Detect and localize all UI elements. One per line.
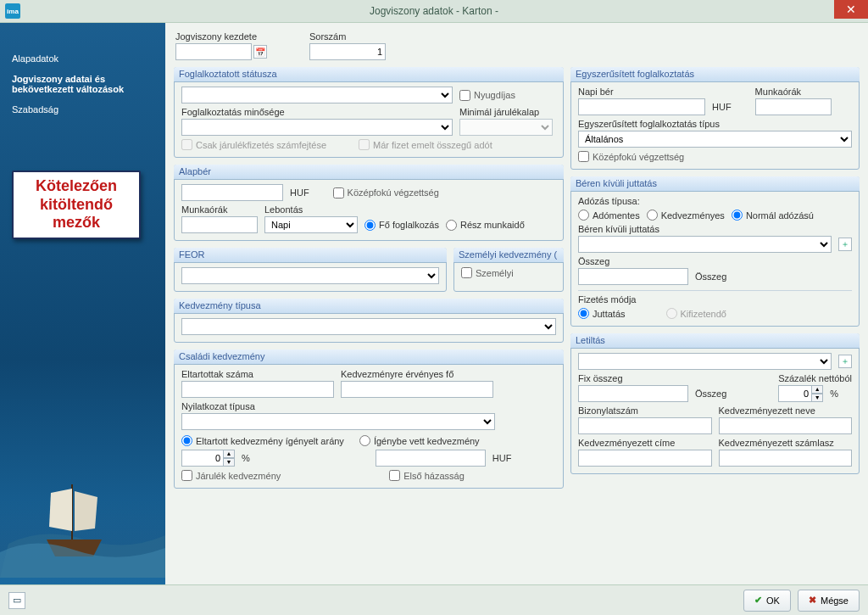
select-statusz[interactable] xyxy=(181,87,453,103)
group-title: Egyszerűsített foglalkoztatás xyxy=(570,67,860,82)
sidebar-item-jogviszony[interactable]: Jogviszony adatai és bekövetkezett válto… xyxy=(10,69,155,99)
callout-line: kitöltendő xyxy=(17,196,136,215)
sidebar-item-szabadsag[interactable]: Szabadság xyxy=(10,99,155,120)
input-napi-ber[interactable] xyxy=(578,98,705,115)
chk-jarulek-kedv[interactable] xyxy=(181,470,192,481)
radio-elt-igenyelt[interactable] xyxy=(181,435,192,446)
input-munkaorak-egysz[interactable] xyxy=(755,98,832,115)
group-letiltas: Letiltás ＋ Fix összeg Összeg Százalék ne… xyxy=(570,333,860,474)
radio-label: Ígénybe vett kedvezmény xyxy=(374,436,480,446)
add-icon[interactable]: ＋ xyxy=(838,238,852,251)
input-fix-osszeg[interactable] xyxy=(578,385,688,402)
spin-down[interactable]: ▼ xyxy=(811,394,823,402)
radio-kifizetendo[interactable] xyxy=(666,308,677,319)
radio-adomentes[interactable] xyxy=(578,210,589,221)
label-bizonylat: Bizonylatszám xyxy=(578,405,712,416)
input-szazalek[interactable] xyxy=(778,385,812,402)
radio-igeny-vett[interactable] xyxy=(359,435,370,446)
group-csaladi-kedvezmeny: Családi kedvezmény Eltartottak száma Ked… xyxy=(174,349,564,489)
help-icon[interactable]: ▭ xyxy=(8,592,25,609)
unit-osszeg: Összeg xyxy=(695,389,726,399)
label-kedv-szamla: Kedvezményezett számlasz xyxy=(719,438,853,448)
radio-fo-foglalkozas[interactable] xyxy=(364,220,376,231)
chk-label: Már fizet emelt összegű adót xyxy=(373,140,492,150)
group-title: Családi kedvezmény xyxy=(174,349,564,365)
unit-huf: HUF xyxy=(290,187,309,198)
label-lebontas: Lebontás xyxy=(264,204,358,215)
input-jogviszony-kezdete[interactable] xyxy=(175,43,252,60)
select-letiltas[interactable] xyxy=(578,353,832,370)
button-label: OK xyxy=(766,595,780,606)
check-icon: ✔ xyxy=(754,595,762,606)
select-juttatas[interactable] xyxy=(578,236,832,253)
group-beren-kivuli: Béren kívüli juttatás Adózás típusa: Adó… xyxy=(570,176,860,327)
sidebar-item-alapadatok[interactable]: Alapadatok xyxy=(10,48,155,69)
select-min-jarulek[interactable] xyxy=(459,119,553,136)
chk-szemelyi[interactable] xyxy=(461,267,472,278)
ok-button[interactable]: ✔OK xyxy=(743,590,791,612)
group-title: Foglalkoztatott státusza xyxy=(174,67,564,82)
chk-csak-jarulek[interactable] xyxy=(181,139,192,150)
close-button[interactable]: ✕ xyxy=(834,0,868,19)
chk-elso-hazassag[interactable] xyxy=(389,470,400,481)
input-osszeg[interactable] xyxy=(578,268,688,285)
input-kedv-neve[interactable] xyxy=(719,417,853,434)
radio-normal-adozasu[interactable] xyxy=(732,210,743,221)
label-napi-ber: Napi bér xyxy=(578,87,732,97)
input-eltartottak[interactable] xyxy=(181,381,334,398)
input-bizonylat[interactable] xyxy=(578,417,712,434)
close-icon: ✕ xyxy=(846,3,856,16)
unit-huf: HUF xyxy=(712,102,732,112)
label-egysz-tipus: Egyszerűsített foglalkoztatás típus xyxy=(578,119,852,129)
chk-label: Középfokú végzettség xyxy=(348,187,439,198)
radio-label: Normál adózású xyxy=(746,210,814,221)
spin-up[interactable]: ▲ xyxy=(811,385,823,394)
label-fix-osszeg: Fix összeg xyxy=(578,373,726,383)
label-min-jarulek: Minimál járulékalap xyxy=(459,107,553,117)
chk-mar-fizet[interactable] xyxy=(359,139,370,150)
group-alapber: Alapbér HUF Középfokú végzettség Munkaór… xyxy=(174,165,564,241)
radio-juttatas[interactable] xyxy=(578,308,589,319)
chk-kozepfoku-egysz[interactable] xyxy=(578,151,589,162)
input-percent[interactable] xyxy=(181,450,224,467)
select-lebontas[interactable]: Napi xyxy=(264,216,358,233)
chk-label: Járulék kedvezmény xyxy=(196,471,281,481)
main-panel: Jogviszony kezdete 📅 Sorszám Foglalkozta… xyxy=(165,23,868,584)
callout-line: mezők xyxy=(17,214,136,232)
label-munkaorak: Munkaórák xyxy=(181,204,258,215)
add-icon[interactable]: ＋ xyxy=(838,355,852,368)
label-munkaorak-egysz: Munkaórák xyxy=(755,87,832,97)
select-kedv-tipus[interactable] xyxy=(181,318,556,335)
input-sorszam[interactable] xyxy=(309,43,386,60)
group-foglalkoztatott-statusza: Foglalkoztatott státusza Nyugdíjas Fogla… xyxy=(174,67,564,158)
label-jogviszony-kezdete: Jogviszony kezdete xyxy=(175,31,267,42)
input-kedv-szamla[interactable] xyxy=(719,450,853,467)
calendar-icon[interactable]: 📅 xyxy=(253,45,267,59)
select-nyil-tipus[interactable] xyxy=(181,413,495,430)
group-title: Személyi kedvezmény ( xyxy=(453,248,564,263)
group-title: Béren kívüli juttatás xyxy=(570,176,860,192)
group-title: Letiltás xyxy=(570,333,860,349)
radio-resz-munkaido[interactable] xyxy=(446,220,457,231)
radio-kedvezmenyes[interactable] xyxy=(647,210,658,221)
percent-sign: % xyxy=(830,389,838,399)
label-fog-minoseg: Foglalkoztatás minősége xyxy=(181,107,453,117)
cancel-icon: ✖ xyxy=(809,595,816,606)
cancel-button[interactable]: ✖Mégse xyxy=(798,590,860,612)
chk-label: Nyugdíjas xyxy=(474,90,515,100)
input-kedv-fo[interactable] xyxy=(341,381,493,398)
radio-label: Juttatás xyxy=(593,309,626,319)
radio-label: Fő foglalkozás xyxy=(379,220,439,230)
chk-kozepfoku[interactable] xyxy=(333,187,344,198)
select-feor[interactable] xyxy=(181,267,439,284)
chk-label: Személyi xyxy=(476,268,514,278)
spin-up[interactable]: ▲ xyxy=(223,450,235,458)
input-kedv-cime[interactable] xyxy=(578,450,712,467)
input-munkaorak[interactable] xyxy=(181,216,258,233)
input-alapber[interactable] xyxy=(181,184,283,201)
input-igeny-huf[interactable] xyxy=(376,450,486,467)
select-egysz-tipus[interactable]: Általános xyxy=(578,131,852,148)
select-fog-minoseg[interactable] xyxy=(181,119,453,136)
chk-nyugdijas[interactable] xyxy=(459,90,470,101)
spin-down[interactable]: ▼ xyxy=(223,458,235,467)
